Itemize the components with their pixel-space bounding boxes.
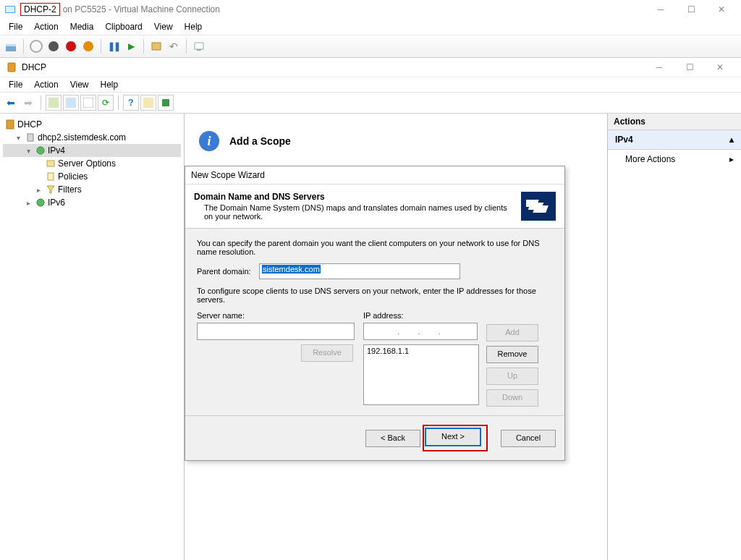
maximize-button[interactable]: ☐ <box>676 0 706 19</box>
actions-group-ipv4[interactable]: IPv4 ▴ <box>608 130 741 150</box>
revert-icon[interactable]: ↶ <box>166 38 182 54</box>
ctrl-alt-del-icon[interactable] <box>3 38 19 54</box>
vm-title-bar: DHCP-2 on PC5525 - Virtual Machine Conne… <box>0 0 741 19</box>
add-button: Add <box>486 324 538 341</box>
submenu-icon: ▸ <box>729 154 734 164</box>
mmc-menu-action[interactable]: Action <box>28 78 64 91</box>
tree-server-label: dhcp2.sistemdesk.com <box>38 132 126 143</box>
shutdown-icon[interactable] <box>63 38 79 54</box>
caret-icon[interactable]: ▾ <box>13 134 23 142</box>
toolbar-icon-2[interactable] <box>63 95 79 111</box>
tree-ipv4[interactable]: ▾ IPv4 <box>3 144 181 157</box>
mmc-menu-view[interactable]: View <box>64 78 95 91</box>
pause-icon[interactable]: ❚❚ <box>106 38 122 54</box>
dhcp-app-icon <box>6 61 17 73</box>
svg-rect-9 <box>66 98 76 108</box>
menu-clipboard[interactable]: Clipboard <box>99 20 148 33</box>
back-button[interactable]: < Back <box>365 430 420 447</box>
actions-more[interactable]: More Actions ▸ <box>608 150 741 169</box>
cancel-button[interactable]: Cancel <box>501 430 556 447</box>
start-button-grey-icon[interactable] <box>28 38 44 54</box>
menu-file[interactable]: File <box>3 20 28 33</box>
toolbar-icon-3[interactable] <box>80 95 96 111</box>
server-name-input[interactable] <box>197 323 355 340</box>
caret-icon[interactable]: ▾ <box>23 147 33 155</box>
vm-window-controls: ─ ☐ ✕ <box>645 0 737 19</box>
ipv4-icon <box>35 145 46 156</box>
tree-item-label: Server Options <box>58 158 116 169</box>
toolbar-icon-1[interactable] <box>46 95 62 111</box>
server-icon <box>25 132 36 143</box>
wizard-title-bar[interactable]: New Scope Wizard <box>185 166 564 184</box>
console-tree[interactable]: DHCP ▾ dhcp2.sistemdesk.com ▾ IPv4 Serve… <box>0 114 185 560</box>
vm-menu-bar: File Action Media Clipboard View Help <box>0 19 741 35</box>
menu-help[interactable]: Help <box>179 20 208 33</box>
tree-item-label: Policies <box>58 171 88 182</box>
forward-arrow-icon: ➡ <box>20 95 36 111</box>
svg-rect-16 <box>47 161 54 166</box>
tree-root[interactable]: DHCP <box>3 118 181 131</box>
mmc-menu-file[interactable]: File <box>3 78 28 91</box>
mmc-minimize-button[interactable]: ─ <box>644 58 674 77</box>
options-icon <box>45 158 56 169</box>
menu-view[interactable]: View <box>148 20 179 33</box>
minimize-button[interactable]: ─ <box>645 0 676 19</box>
play-icon[interactable]: ▶ <box>123 38 139 54</box>
save-state-icon[interactable] <box>80 38 96 54</box>
svg-point-19 <box>37 199 44 206</box>
mmc-title-bar: DHCP ─ ☐ ✕ <box>0 58 741 77</box>
ip-address-input[interactable] <box>363 323 478 340</box>
svg-rect-4 <box>152 43 161 50</box>
info-icon: i <box>199 131 219 151</box>
mmc-menu-bar: File Action View Help <box>0 77 741 92</box>
parent-domain-input[interactable]: sistemdesk.com <box>259 263 460 279</box>
tree-root-label: DHCP <box>17 119 42 130</box>
checkpoint-icon[interactable] <box>148 38 164 54</box>
tree-server-options[interactable]: Server Options <box>3 157 181 170</box>
tree-server[interactable]: ▾ dhcp2.sistemdesk.com <box>3 131 181 144</box>
next-button[interactable]: Next > <box>425 428 481 446</box>
wizard-intro: You can specify the parent domain you wa… <box>197 239 553 256</box>
back-arrow-icon[interactable]: ⬅ <box>3 95 19 111</box>
filters-icon <box>45 184 56 195</box>
vm-toolbar: ❚❚ ▶ ↶ <box>0 35 741 58</box>
remove-button[interactable]: Remove <box>486 346 538 363</box>
new-scope-wizard-dialog: New Scope Wizard Domain Name and DNS Ser… <box>185 166 565 461</box>
add-scope-header: i Add a Scope <box>192 121 600 161</box>
wizard-heading: Domain Name and DNS Servers <box>194 192 515 202</box>
svg-rect-12 <box>162 99 169 106</box>
tree-ipv6[interactable]: ▸ IPv6 <box>3 196 181 209</box>
enhanced-session-icon[interactable] <box>191 38 207 54</box>
add-scope-title: Add a Scope <box>229 135 291 147</box>
tree-ipv6-label: IPv6 <box>48 198 65 208</box>
tree-filters[interactable]: ▸ Filters <box>3 183 181 196</box>
ip-list-item[interactable]: 192.168.1.1 <box>367 347 475 355</box>
svg-rect-5 <box>195 43 203 49</box>
wizard-art-icon <box>521 192 556 221</box>
toolbar-icon-4[interactable] <box>140 95 156 111</box>
mmc-maximize-button[interactable]: ☐ <box>674 58 705 77</box>
help-icon[interactable]: ? <box>123 95 139 111</box>
mmc-close-button[interactable]: ✕ <box>705 58 735 77</box>
mmc-toolbar: ⬅ ➡ ⟳ ? <box>0 92 741 114</box>
mmc-menu-help[interactable]: Help <box>95 78 124 91</box>
close-button[interactable]: ✕ <box>706 0 737 19</box>
tree-policies[interactable]: Policies <box>3 170 181 183</box>
collapse-icon: ▴ <box>729 135 734 145</box>
svg-rect-8 <box>48 98 59 108</box>
up-button: Up <box>486 368 538 385</box>
menu-media[interactable]: Media <box>64 20 100 33</box>
svg-rect-1 <box>6 7 14 12</box>
svg-rect-11 <box>143 98 153 108</box>
svg-point-15 <box>37 147 44 154</box>
caret-icon[interactable]: ▸ <box>23 199 33 207</box>
turn-off-icon[interactable] <box>46 38 62 54</box>
center-pane: i Add a Scope New Scope Wizard Domain Na… <box>185 114 608 560</box>
caret-icon[interactable]: ▸ <box>33 186 43 194</box>
refresh-icon[interactable]: ⟳ <box>98 95 114 111</box>
mmc-window-controls: ─ ☐ ✕ <box>644 58 735 77</box>
toolbar-icon-5[interactable] <box>158 95 174 111</box>
svg-rect-3 <box>6 44 16 46</box>
ip-address-list[interactable]: 192.168.1.1 <box>363 344 479 405</box>
menu-action[interactable]: Action <box>28 20 64 33</box>
